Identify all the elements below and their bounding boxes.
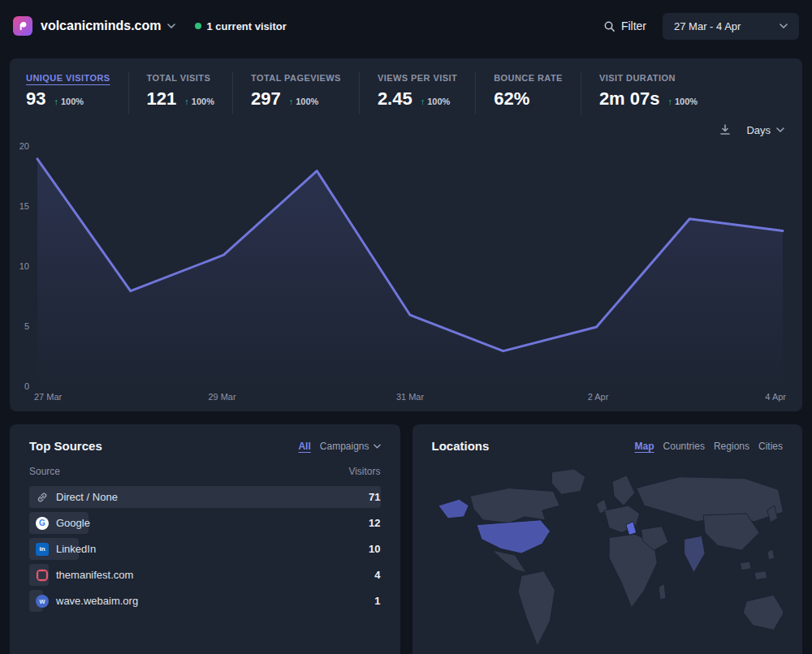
- stat-label: TOTAL VISITS: [147, 73, 214, 83]
- map-india-highlight[interactable]: [684, 536, 705, 572]
- source-row-wave-webaim[interactable]: w wave.webaim.org 1: [29, 590, 381, 612]
- stat-views-per-visit[interactable]: VIEWS PER VISIT 2.45 ↑100%: [359, 71, 475, 114]
- topbar-right: Filter 27 Mar - 4 Apr: [603, 13, 799, 40]
- arrow-up-icon: ↑: [184, 97, 189, 106]
- stat-value: 62%: [494, 88, 529, 110]
- source-visitors: 12: [369, 517, 380, 529]
- chevron-down-icon: [374, 444, 381, 449]
- map-australia[interactable]: [743, 595, 783, 630]
- stat-value: 2.45: [378, 88, 412, 110]
- interval-select[interactable]: Days: [746, 124, 784, 136]
- map-philippines[interactable]: [767, 549, 774, 560]
- stat-change: ↑100%: [184, 97, 214, 106]
- map-madagascar[interactable]: [659, 583, 666, 600]
- map-indonesia-2[interactable]: [754, 571, 767, 580]
- stat-value: 297: [251, 88, 281, 110]
- source-visitors: 4: [374, 569, 380, 581]
- source-row-linkedin[interactable]: in LinkedIn 10: [29, 538, 381, 560]
- topbar-left: volcanicminds.com 1 current visitor: [13, 16, 287, 36]
- stat-value: 121: [147, 88, 177, 110]
- stat-change-value: 100%: [296, 97, 318, 106]
- site-switcher[interactable]: volcanicminds.com: [41, 19, 175, 33]
- world-map-svg: [432, 464, 784, 648]
- site-name: volcanicminds.com: [41, 19, 162, 33]
- top-sources-title: Top Sources: [29, 439, 102, 453]
- stat-change-value: 100%: [192, 97, 214, 106]
- stat-change-value: 100%: [675, 97, 698, 106]
- column-source: Source: [29, 466, 60, 477]
- current-visitors-label: 1 current visitor: [207, 20, 287, 32]
- stat-change-value: 100%: [61, 97, 84, 106]
- current-visitors-badge[interactable]: 1 current visitor: [195, 20, 287, 32]
- stat-value: 2m 07s: [599, 88, 660, 110]
- visitors-chart[interactable]: 05101520 27 Mar29 Mar31 Mar2 Apr4 Apr: [10, 140, 802, 408]
- map-usa-highlight[interactable]: [477, 520, 550, 553]
- top-sources-panel: Top Sources All Campaigns Source Visitor…: [10, 424, 400, 654]
- chart-plot-area[interactable]: [37, 147, 783, 387]
- map-scandinavia[interactable]: [612, 475, 635, 506]
- stat-change: ↑100%: [54, 97, 84, 106]
- filter-button[interactable]: Filter: [603, 19, 646, 32]
- chart-area-fill: [37, 159, 783, 387]
- stat-unique-visitors[interactable]: UNIQUE VISITORS 93 ↑100%: [19, 71, 128, 114]
- tab-map[interactable]: Map: [635, 441, 654, 452]
- stat-label: VIEWS PER VISIT: [378, 73, 457, 83]
- bottom-panels: Top Sources All Campaigns Source Visitor…: [10, 424, 802, 654]
- locations-panel: Locations Map Countries Regions Cities: [412, 424, 803, 654]
- stat-visit-duration[interactable]: VISIT DURATION 2m 07s ↑100%: [581, 71, 715, 114]
- chart-x-axis: 27 Mar29 Mar31 Mar2 Apr4 Apr: [34, 392, 786, 405]
- source-visitors: 1: [374, 595, 380, 607]
- source-visitors: 10: [369, 543, 380, 555]
- map-greenland[interactable]: [551, 469, 585, 494]
- locations-tabs: Map Countries Regions Cities: [635, 441, 783, 452]
- source-row-themanifest[interactable]: themanifest.com 4: [29, 564, 381, 586]
- stat-change: ↑100%: [421, 97, 451, 106]
- stat-label: BOUNCE RATE: [494, 73, 563, 83]
- tab-regions[interactable]: Regions: [714, 441, 749, 452]
- arrow-up-icon: ↑: [289, 97, 294, 106]
- source-name: themanifest.com: [56, 569, 133, 581]
- date-range-picker[interactable]: 27 Mar - 4 Apr: [663, 13, 799, 40]
- date-range-value: 27 Mar - 4 Apr: [674, 20, 741, 32]
- stat-label: UNIQUE VISITORS: [26, 73, 110, 83]
- map-indonesia[interactable]: [740, 561, 751, 570]
- google-icon: G: [36, 517, 49, 530]
- map-canada[interactable]: [470, 488, 559, 523]
- locations-title: Locations: [432, 439, 490, 453]
- source-name: Google: [56, 517, 90, 529]
- source-name: LinkedIn: [56, 543, 96, 555]
- arrow-up-icon: ↑: [421, 97, 425, 106]
- sources-tabs: All Campaigns: [298, 441, 380, 452]
- stat-total-pageviews[interactable]: TOTAL PAGEVIEWS 297 ↑100%: [232, 71, 359, 114]
- map-south-america[interactable]: [518, 571, 555, 646]
- tab-countries[interactable]: Countries: [663, 441, 705, 452]
- stat-value: 93: [26, 88, 45, 110]
- arrow-up-icon: ↑: [54, 97, 58, 106]
- stat-label: TOTAL PAGEVIEWS: [251, 73, 341, 83]
- chevron-down-icon: [167, 24, 175, 28]
- tab-cities[interactable]: Cities: [758, 441, 783, 452]
- topbar: volcanicminds.com 1 current visitor Filt…: [0, 0, 812, 52]
- stat-bounce-rate[interactable]: BOUNCE RATE 62%: [475, 71, 581, 114]
- themanifest-icon: [36, 569, 49, 582]
- wave-icon: w: [36, 595, 49, 608]
- map-alaska-highlight[interactable]: [438, 499, 468, 518]
- source-row-direct[interactable]: Direct / None 71: [29, 486, 381, 508]
- source-visitors: 71: [369, 491, 380, 503]
- world-map[interactable]: [432, 464, 784, 648]
- download-button[interactable]: [719, 123, 732, 136]
- analytics-card: UNIQUE VISITORS 93 ↑100% TOTAL VISITS 12…: [10, 58, 802, 411]
- tab-campaigns[interactable]: Campaigns: [320, 441, 381, 452]
- arrow-up-icon: ↑: [668, 97, 673, 106]
- source-row-google[interactable]: G Google 12: [29, 512, 381, 534]
- link-icon: [36, 491, 49, 504]
- linkedin-icon: in: [36, 543, 49, 556]
- chevron-down-icon: [776, 127, 784, 132]
- online-dot-icon: [195, 23, 201, 29]
- interval-label: Days: [746, 124, 771, 136]
- sources-column-headers: Source Visitors: [29, 466, 381, 477]
- tab-all-sources[interactable]: All: [298, 441, 310, 452]
- stat-label: VISIT DURATION: [599, 73, 698, 83]
- stat-total-visits[interactable]: TOTAL VISITS 121 ↑100%: [128, 71, 232, 114]
- stat-change: ↑100%: [289, 97, 319, 106]
